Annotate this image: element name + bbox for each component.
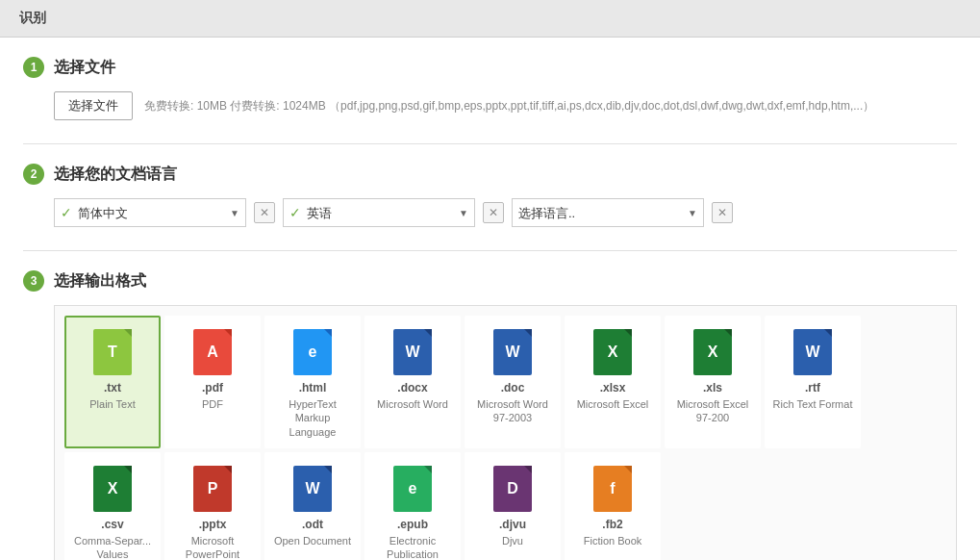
icon-letter: e xyxy=(309,344,317,361)
lang-check-icon-1: ✓ xyxy=(61,205,72,220)
select-file-button[interactable]: 选择文件 xyxy=(54,91,133,120)
format-name: Microsoft PowerPoint xyxy=(172,534,253,560)
format-item-xlsx[interactable]: X .xlsx Microsoft Excel xyxy=(565,316,661,448)
language-dropdown-1[interactable]: ✓ 简体中文 ▼ xyxy=(54,198,246,227)
lang-clear-button-2[interactable]: ✕ xyxy=(483,202,504,223)
page-title: 识别 xyxy=(19,10,46,25)
icon-base: D xyxy=(493,466,532,512)
format-name: Open Document xyxy=(274,534,351,547)
format-icon-doc: W xyxy=(490,327,535,377)
step1-title: 选择文件 xyxy=(54,58,115,78)
content-area: 1 选择文件 选择文件 免费转换: 10MB 付费转换: 1024MB （pdf… xyxy=(0,38,980,560)
language-dropdown-3[interactable]: 选择语言.. ▼ xyxy=(512,198,704,227)
format-icon-pdf: A xyxy=(190,327,235,377)
lang-clear-button-3[interactable]: ✕ xyxy=(712,202,733,223)
icon-base: X xyxy=(593,329,632,375)
format-item-rtf[interactable]: W .rtf Rich Text Format xyxy=(765,316,861,448)
format-name: Electronic Publication xyxy=(372,534,453,560)
format-ext: .doc xyxy=(501,381,525,395)
format-ext: .xls xyxy=(703,381,722,395)
step2-number: 2 xyxy=(23,164,44,185)
icon-base: X xyxy=(93,466,132,512)
format-icon-html: e xyxy=(290,327,335,377)
lang-arrow-icon-2: ▼ xyxy=(459,208,468,218)
icon-base: e xyxy=(393,466,432,512)
format-item-txt[interactable]: T .txt Plain Text xyxy=(64,316,161,448)
format-item-xls[interactable]: X .xls Microsoft Excel 97-200 xyxy=(665,316,761,448)
icon-base: f xyxy=(593,466,632,512)
format-icon-csv: X xyxy=(90,464,135,514)
format-icon-pptx: P xyxy=(190,464,235,514)
format-icon-odt: W xyxy=(290,464,335,514)
icon-letter: W xyxy=(305,480,319,497)
title-bar: 识别 xyxy=(0,0,980,38)
icon-base: T xyxy=(93,329,132,375)
format-ext: .pdf xyxy=(202,381,223,395)
format-name: Rich Text Format xyxy=(773,397,853,411)
format-name: Microsoft Word xyxy=(377,397,448,411)
format-ext: .djvu xyxy=(499,518,526,531)
format-item-djvu[interactable]: D .djvu Djvu xyxy=(465,452,561,560)
language-dropdown-2[interactable]: ✓ 英语 ▼ xyxy=(283,198,475,227)
icon-letter: D xyxy=(507,480,518,497)
format-grid: T .txt Plain Text A .pdf PDF e .html Hyp… xyxy=(64,316,946,560)
format-ext: .docx xyxy=(397,381,427,395)
step2-section: 2 选择您的文档语言 ✓ 简体中文 ▼ ✕ ✓ 英语 xyxy=(23,164,957,227)
format-ext: .txt xyxy=(104,381,121,395)
icon-base: A xyxy=(193,329,232,375)
format-icon-fb2: f xyxy=(591,464,635,514)
icon-letter: X xyxy=(108,480,118,497)
lang-select-2[interactable]: 英语 xyxy=(307,206,453,220)
icon-base: W xyxy=(493,329,532,375)
format-name: HyperText Markup Language xyxy=(272,397,353,439)
step1-section: 1 选择文件 选择文件 免费转换: 10MB 付费转换: 1024MB （pdf… xyxy=(23,57,957,120)
format-item-csv[interactable]: X .csv Comma-Separ... Values xyxy=(64,452,161,560)
format-name: Fiction Book xyxy=(584,534,642,547)
icon-letter: W xyxy=(505,344,519,361)
lang-clear-button-1[interactable]: ✕ xyxy=(254,202,275,223)
format-grid-wrapper: T .txt Plain Text A .pdf PDF e .html Hyp… xyxy=(54,305,957,560)
lang-select-3[interactable]: 选择语言.. xyxy=(518,206,682,220)
format-icon-rtf: W xyxy=(791,327,835,377)
format-item-pptx[interactable]: P .pptx Microsoft PowerPoint xyxy=(164,452,261,560)
format-name: Microsoft Word 97-2003 xyxy=(472,397,553,425)
icon-base: W xyxy=(793,329,832,375)
file-select-row: 选择文件 免费转换: 10MB 付费转换: 1024MB （pdf,jpg,pn… xyxy=(23,91,957,120)
lang-arrow-icon-1: ▼ xyxy=(230,208,239,218)
icon-letter: f xyxy=(610,480,615,497)
step2-title: 选择您的文档语言 xyxy=(54,165,177,185)
format-item-pdf[interactable]: A .pdf PDF xyxy=(164,316,261,448)
format-ext: .odt xyxy=(302,518,323,531)
step2-header: 2 选择您的文档语言 xyxy=(23,164,957,185)
lang-arrow-icon-3: ▼ xyxy=(688,208,697,218)
language-row: ✓ 简体中文 ▼ ✕ ✓ 英语 ▼ ✕ xyxy=(23,198,957,227)
icon-base: P xyxy=(193,466,232,512)
icon-letter: T xyxy=(108,344,117,361)
lang-select-1[interactable]: 简体中文 xyxy=(78,206,224,220)
divider-1 xyxy=(23,143,957,144)
format-ext: .xlsx xyxy=(600,381,626,395)
icon-base: W xyxy=(293,466,332,512)
format-item-docx[interactable]: W .docx Microsoft Word xyxy=(364,316,461,448)
icon-letter: P xyxy=(208,480,218,497)
format-item-fb2[interactable]: f .fb2 Fiction Book xyxy=(565,452,661,560)
format-name: Comma-Separ... Values xyxy=(72,534,153,560)
format-item-doc[interactable]: W .doc Microsoft Word 97-2003 xyxy=(465,316,561,448)
step3-title: 选择输出格式 xyxy=(54,271,146,292)
format-icon-txt: T xyxy=(90,327,135,377)
format-name: Djvu xyxy=(502,534,523,547)
format-item-html[interactable]: e .html HyperText Markup Language xyxy=(264,316,361,448)
file-info-text: 免费转换: 10MB 付费转换: 1024MB （pdf,jpg,png,psd… xyxy=(144,98,874,115)
format-icon-djvu: D xyxy=(490,464,535,514)
icon-letter: A xyxy=(207,344,218,361)
format-ext: .csv xyxy=(101,518,123,531)
format-item-odt[interactable]: W .odt Open Document xyxy=(264,452,361,560)
format-name: Microsoft Excel xyxy=(577,397,649,411)
format-ext: .fb2 xyxy=(602,518,622,531)
format-name: PDF xyxy=(202,397,223,411)
format-icon-xls: X xyxy=(691,327,735,377)
format-item-epub[interactable]: e .epub Electronic Publication xyxy=(364,452,461,560)
icon-base: X xyxy=(693,329,732,375)
format-ext: .pptx xyxy=(199,518,227,531)
step3-number: 3 xyxy=(23,270,44,292)
